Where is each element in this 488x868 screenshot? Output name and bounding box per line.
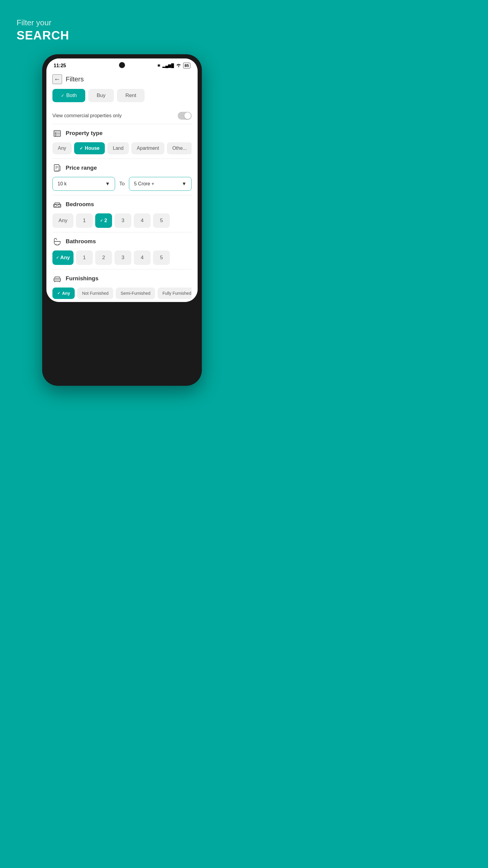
top-nav: ← Filters xyxy=(53,71,192,89)
bathrooms-4[interactable]: 4 xyxy=(134,250,151,265)
bedrooms-5[interactable]: 5 xyxy=(153,213,170,228)
status-icons: ✱ ▂▄▆█ 85 xyxy=(157,63,190,68)
property-type-icon xyxy=(53,128,62,138)
commercial-toggle-switch[interactable] xyxy=(178,112,192,120)
header-subtitle: Filter your xyxy=(17,18,69,27)
divider-1 xyxy=(53,158,192,159)
furnishings-header: Furnishings xyxy=(53,274,192,283)
svg-rect-11 xyxy=(58,205,60,207)
tab-buy[interactable]: Buy xyxy=(88,89,114,102)
svg-rect-5 xyxy=(54,164,59,171)
phone-frame: 11:25 ✱ ▂▄▆█ 85 ← Filt xyxy=(42,54,202,386)
furnishings-title: Furnishings xyxy=(66,275,98,282)
back-arrow-icon: ← xyxy=(54,75,61,83)
signal-icon: ▂▄▆█ xyxy=(162,63,174,68)
tab-both[interactable]: ✓ Both xyxy=(53,89,85,102)
bathrooms-icon xyxy=(53,237,62,246)
status-time: 11:25 xyxy=(54,63,66,68)
price-from-select[interactable]: 10 k ▼ xyxy=(53,177,115,191)
divider-4 xyxy=(53,269,192,270)
price-to-value: 5 Crore + xyxy=(134,181,154,187)
divider-2 xyxy=(53,195,192,195)
property-type-header: Property type xyxy=(53,128,192,138)
page-title: Filters xyxy=(66,75,84,83)
furnish-semi-furnished[interactable]: Semi-Furnished xyxy=(116,287,155,299)
svg-rect-10 xyxy=(54,205,57,207)
furnish-not-furnished[interactable]: Not Furnished xyxy=(77,287,113,299)
bedrooms-4[interactable]: 4 xyxy=(134,213,151,228)
bathrooms-header: Bathrooms xyxy=(53,237,192,246)
bathrooms-any-check: ✓ xyxy=(56,255,59,260)
price-to-label: To xyxy=(119,181,125,187)
bathrooms-2[interactable]: 2 xyxy=(95,250,112,265)
furnishings-icon xyxy=(53,274,62,283)
bathrooms-chips: ✓ Any 1 2 3 4 5 xyxy=(53,250,192,265)
camera-notch xyxy=(119,62,125,68)
furnish-fully-furnished[interactable]: Fully Furnished xyxy=(158,287,192,299)
price-range-header: Price range xyxy=(53,163,192,173)
house-check-icon: ✓ xyxy=(79,146,83,151)
price-to-select[interactable]: 5 Crore + ▼ xyxy=(129,177,192,191)
price-range-icon xyxy=(53,163,62,173)
bedrooms-header: Bedrooms xyxy=(53,199,192,209)
bedrooms-3[interactable]: 3 xyxy=(115,213,131,228)
dropdown-arrow-to: ▼ xyxy=(182,181,187,187)
property-type-other[interactable]: Othe... xyxy=(167,142,192,154)
listing-type-tabs: ✓ Both Buy Rent xyxy=(53,89,192,102)
bathrooms-any[interactable]: ✓ Any xyxy=(53,250,73,265)
status-bar: 11:25 ✱ ▂▄▆█ 85 xyxy=(46,59,198,71)
dropdown-arrow-from: ▼ xyxy=(105,181,110,187)
property-type-chips: Any ✓ House Land Apartment Othe... xyxy=(53,142,192,154)
check-icon: ✓ xyxy=(61,93,64,98)
bathrooms-1[interactable]: 1 xyxy=(76,250,93,265)
price-from-value: 10 k xyxy=(58,181,67,187)
battery-icon: 85 xyxy=(183,63,190,68)
furnish-any-check: ✓ xyxy=(57,291,60,296)
bluetooth-icon: ✱ xyxy=(157,63,161,68)
bedrooms-1[interactable]: 1 xyxy=(76,213,93,228)
bedrooms-any[interactable]: Any xyxy=(53,213,73,228)
header-title: SEARCH xyxy=(17,29,69,42)
property-type-apartment[interactable]: Apartment xyxy=(131,142,164,154)
bedrooms-chips: Any 1 ✓ 2 3 4 5 xyxy=(53,213,192,228)
bedrooms-2[interactable]: ✓ 2 xyxy=(95,213,112,228)
divider-3 xyxy=(53,232,192,232)
bedrooms-icon xyxy=(53,199,62,209)
price-range-row: 10 k ▼ To 5 Crore + ▼ xyxy=(53,177,192,191)
phone-screen: 11:25 ✱ ▂▄▆█ 85 ← Filt xyxy=(46,59,198,302)
commercial-toggle-row: View commercial properties only xyxy=(53,107,192,124)
bottom-padding xyxy=(53,299,192,302)
property-type-house[interactable]: ✓ House xyxy=(74,142,105,154)
header-section: Filter your SEARCH xyxy=(0,0,69,54)
back-button[interactable]: ← xyxy=(53,74,62,84)
tab-rent[interactable]: Rent xyxy=(117,89,144,102)
bathrooms-title: Bathrooms xyxy=(66,238,96,245)
property-type-any[interactable]: Any xyxy=(53,142,72,154)
property-type-land[interactable]: Land xyxy=(107,142,129,154)
bedrooms-2-check: ✓ xyxy=(100,218,103,223)
bathrooms-3[interactable]: 3 xyxy=(115,250,131,265)
furnishings-chips: ✓ Any Not Furnished Semi-Furnished Fully… xyxy=(53,287,192,299)
price-range-title: Price range xyxy=(66,164,97,171)
property-type-title: Property type xyxy=(66,130,102,136)
furnish-any[interactable]: ✓ Any xyxy=(53,287,75,299)
bedrooms-title: Bedrooms xyxy=(66,201,94,208)
wifi-icon xyxy=(176,63,181,68)
app-content: ← Filters ✓ Both Buy Rent View commer xyxy=(46,71,198,302)
commercial-toggle-label: View commercial properties only xyxy=(53,113,122,119)
bathrooms-5[interactable]: 5 xyxy=(153,250,170,265)
